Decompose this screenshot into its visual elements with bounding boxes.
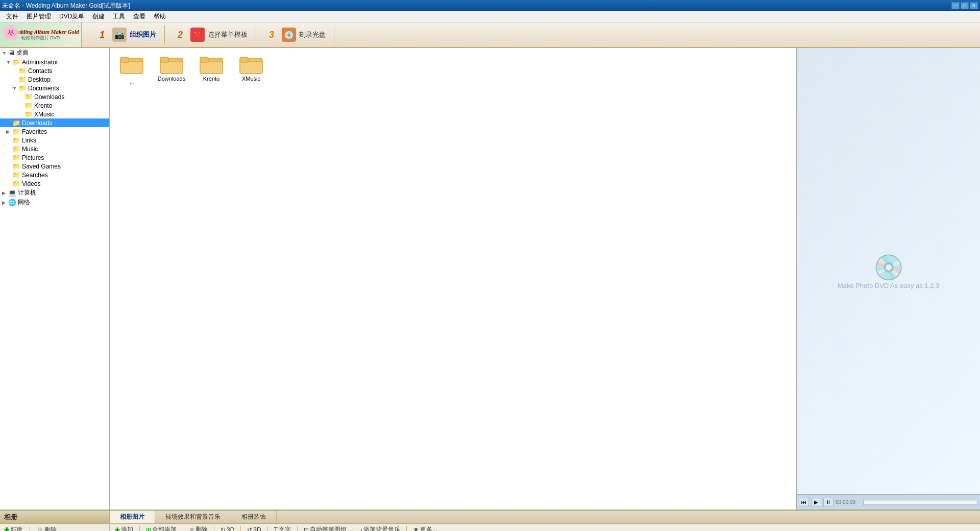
folder-icon: 📁 (12, 58, 20, 66)
tree-item-saved-games[interactable]: 📁 Saved Games (0, 162, 109, 171)
tab-transitions[interactable]: 转场效果和背景音乐 (155, 511, 231, 523)
tree-label-music: Music (22, 146, 38, 153)
menu-create[interactable]: 创建 (88, 11, 109, 22)
tree-label-krento: Krento (34, 102, 52, 109)
menu-photo-manage[interactable]: 图片管理 (22, 11, 55, 22)
tree-label-desktop2: Desktop (28, 76, 51, 83)
folder-downloads-icon (159, 54, 184, 75)
tree-item-downloads-sub[interactable]: 📁 Downloads (0, 92, 109, 101)
preview-controls: ⏮ ▶ ⏸ 00:00:00 (797, 494, 980, 510)
delete-btn-label: 删除 (44, 526, 57, 532)
step2-label: 选择菜单模板 (208, 30, 248, 39)
main-layout: ▼ 🖥 桌面 ▼ 📁 Administrator 📁 Contacts 📁 De… (0, 48, 980, 510)
album-tabs: 相册图片 转场效果和背景音乐 相册装饰 (110, 511, 980, 523)
sep1 (139, 526, 140, 532)
expand-icon: ▶ (2, 200, 8, 205)
menu-dvd-menu[interactable]: DVD菜单 (55, 11, 88, 22)
tree-item-administrator[interactable]: ▼ 📁 Administrator (0, 58, 109, 66)
tree-panel: ▼ 🖥 桌面 ▼ 📁 Administrator 📁 Contacts 📁 De… (0, 48, 110, 510)
tree-item-links[interactable]: 📁 Links (0, 136, 109, 144)
tree-label-downloads-sub: Downloads (34, 93, 64, 101)
step2-num: 2 (173, 28, 187, 42)
pause-button[interactable]: ⏸ (823, 498, 834, 507)
menu-view[interactable]: 查看 (129, 11, 150, 22)
svg-rect-4 (160, 61, 183, 74)
wizard-step-3[interactable]: 3 💿 刻录光盘 (256, 26, 334, 44)
tree-label-desktop: 桌面 (16, 49, 29, 57)
tree-item-contacts[interactable]: 📁 Contacts (0, 66, 109, 75)
sep2 (183, 526, 183, 532)
tree-item-desktop2[interactable]: 📁 Desktop (0, 75, 109, 84)
close-button[interactable]: ✕ (970, 2, 978, 9)
wizard-step-1[interactable]: 1 📷 组织图片 (87, 26, 165, 44)
folder-krento-icon (199, 54, 224, 75)
plus-icon: ✚ (4, 526, 9, 531)
wizard-step-2[interactable]: 2 ❤️ 选择菜单模板 (165, 26, 256, 44)
tree-item-xmusic[interactable]: 📁 XMusic (0, 110, 109, 118)
rotate-cw-button[interactable]: ↻ 3D (218, 526, 236, 532)
folder-back-label: .. (129, 76, 134, 86)
tree-item-documents[interactable]: ▼ 📁 Documents (0, 84, 109, 92)
text-button[interactable]: T 文字 (272, 525, 293, 531)
step3-icon: 💿 (282, 28, 296, 42)
rotate-ccw-button[interactable]: ↺ 3D (245, 526, 263, 532)
folder-xmusic-icon (239, 54, 263, 75)
expand-icon: ▼ (12, 86, 18, 91)
tree-label-videos: Videos (22, 180, 40, 187)
tab-decorations[interactable]: 相册装饰 (231, 511, 277, 523)
folder-xmusic[interactable]: XMusic (233, 52, 269, 88)
delete-photo-button[interactable]: ✖ 删除 (187, 525, 210, 531)
add-music-button[interactable]: ♪ 添加背景音乐 (357, 525, 402, 531)
folder-downloads[interactable]: Downloads (154, 52, 189, 88)
tree-label-saved-games: Saved Games (22, 163, 61, 170)
music-icon: ♪ (359, 526, 362, 532)
auto-arrange-button[interactable]: ⊡ 自动整整图组 (302, 525, 349, 531)
folder-back[interactable]: .. (114, 52, 150, 88)
add-all-button[interactable]: ⊞ 全部添加 (144, 525, 179, 531)
folder-krento[interactable]: Krento (193, 52, 229, 88)
tree-item-favorites[interactable]: ▶ 📁 Favorites (0, 127, 109, 136)
folder-icon: 📁 (12, 171, 20, 179)
tree-item-videos[interactable]: 📁 Videos (0, 179, 109, 188)
tree-item-downloads[interactable]: 📁 Downloads (0, 118, 109, 127)
menu-help[interactable]: 帮助 (150, 11, 170, 22)
folder-icon: 📁 (12, 119, 20, 127)
time-display: 00:00:00 (836, 499, 861, 505)
add-icon: ✚ (115, 526, 120, 532)
tree-item-computer[interactable]: ▶ 💻 计算机 (0, 188, 109, 198)
sep7 (353, 526, 353, 532)
add-all-icon: ⊞ (146, 526, 151, 532)
delete-album-button[interactable]: 🗑 删除 (35, 525, 59, 532)
minimize-button[interactable]: — (951, 2, 960, 9)
tree-item-pictures[interactable]: 📁 Pictures (0, 153, 109, 162)
tree-item-network[interactable]: ▶ 🌐 网络 (0, 198, 109, 207)
svg-rect-7 (200, 61, 223, 74)
more-button[interactable]: ▼ 更多... (411, 525, 439, 531)
menu-tools[interactable]: 工具 (109, 11, 129, 22)
step3-label: 刻录光盘 (299, 30, 326, 39)
tree-item-searches[interactable]: 📁 Searches (0, 171, 109, 179)
add-button[interactable]: ✚ 添加 (113, 525, 135, 531)
window-controls: — □ ✕ (951, 2, 978, 9)
tab-album-photos[interactable]: 相册图片 (110, 511, 155, 523)
tree-label-pictures: Pictures (22, 154, 44, 161)
preview-progress-bar[interactable] (863, 500, 978, 505)
maximize-button[interactable]: □ (961, 2, 969, 9)
rewind-button[interactable]: ⏮ (799, 498, 809, 507)
expand-icon: ▼ (2, 51, 8, 56)
svg-rect-11 (240, 57, 248, 62)
desktop-icon: 🖥 (8, 49, 15, 57)
album-label-text: 相册 (4, 513, 17, 522)
preview-placeholder: 💿 Make Photo DVD As easy as 1,2,3 (838, 253, 939, 289)
expand-icon: ▼ (6, 60, 12, 65)
tree-label-searches: Searches (22, 172, 48, 179)
tree-item-krento[interactable]: 📁 Krento (0, 101, 109, 110)
folder-icon: 📁 (24, 93, 33, 101)
play-button[interactable]: ▶ (811, 498, 821, 507)
tree-item-desktop[interactable]: ▼ 🖥 桌面 (0, 48, 109, 58)
tree-item-music[interactable]: 📁 Music (0, 144, 109, 153)
folder-icon: 📁 (12, 128, 20, 135)
tree-label-downloads: Downloads (22, 119, 52, 127)
new-album-button[interactable]: ✚ 新建 (2, 525, 24, 532)
menu-file[interactable]: 文件 (2, 11, 22, 22)
